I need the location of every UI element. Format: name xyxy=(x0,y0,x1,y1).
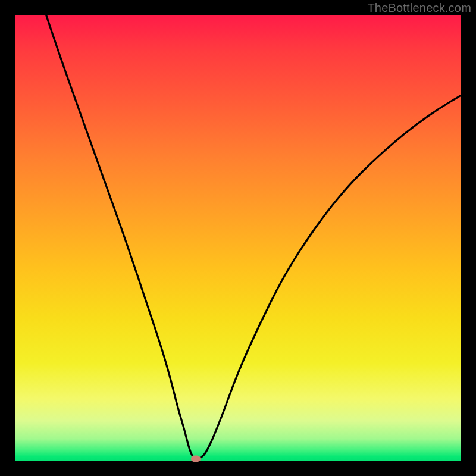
chart-frame: TheBottleneck.com xyxy=(0,0,476,476)
watermark-text: TheBottleneck.com xyxy=(367,1,471,15)
plot-area xyxy=(15,15,461,461)
trough-marker xyxy=(191,456,201,462)
curve-line xyxy=(15,15,461,461)
